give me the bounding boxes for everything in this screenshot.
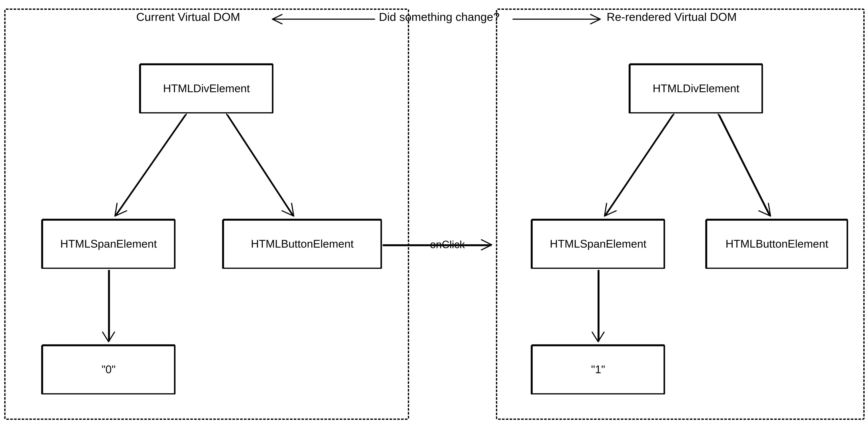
right-node-div-label: HTMLDivElement [653,82,739,95]
left-node-button-label: HTMLButtonElement [251,237,354,250]
right-node-button: HTMLButtonElement [707,219,847,268]
onclick-label: onClick [430,238,465,251]
right-node-value: "1" [532,345,664,394]
left-title: Current Virtual DOM [136,10,240,23]
left-node-value: "0" [42,345,175,394]
left-node-button: HTMLButtonElement [223,219,381,268]
right-node-value-label: "1" [591,363,605,376]
left-node-div-label: HTMLDivElement [163,82,250,95]
virtual-dom-diagram: Current Virtual DOM Re-rendered Virtual … [0,0,868,423]
right-node-button-label: HTMLButtonElement [725,237,829,250]
right-node-span-label: HTMLSpanElement [550,237,646,250]
right-node-div: HTMLDivElement [630,64,762,113]
left-node-span: HTMLSpanElement [42,219,175,268]
left-node-span-label: HTMLSpanElement [60,237,157,250]
right-node-span: HTMLSpanElement [532,219,664,268]
left-node-div: HTMLDivElement [141,64,273,113]
center-question: Did something change? [379,10,500,23]
right-title: Re-rendered Virtual DOM [607,10,737,23]
left-node-value-label: "0" [101,363,116,376]
